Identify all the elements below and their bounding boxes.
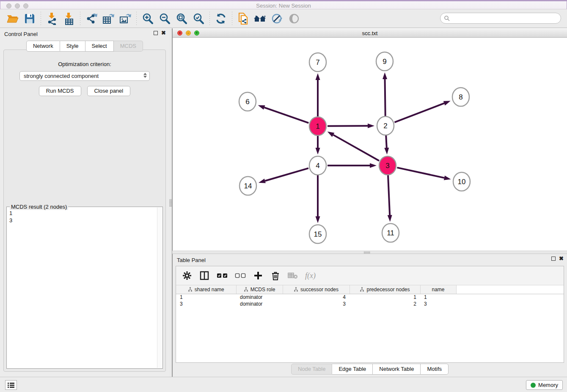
table-panel: Table Panel ✖	[172, 254, 567, 377]
float-panel-icon[interactable]	[551, 257, 556, 261]
column-header-predecessor-nodes[interactable]: predecessor nodes	[350, 285, 420, 294]
graph-node-2[interactable]: 2	[377, 116, 394, 135]
graph-node-9[interactable]: 9	[376, 52, 393, 71]
zoom-fit-icon[interactable]	[173, 11, 190, 26]
vertical-splitter[interactable]	[169, 28, 172, 377]
network-canvas[interactable]: 7968124314101511	[173, 38, 567, 251]
table-cell[interactable]: 4	[283, 294, 350, 301]
edge-3-1[interactable]	[333, 135, 379, 161]
zoom-out-icon[interactable]	[156, 11, 173, 26]
table-cell[interactable]: 1	[420, 294, 456, 301]
table-cell[interactable]: 3	[283, 301, 350, 307]
column-header-shared-name[interactable]: shared name	[176, 285, 236, 294]
table-row[interactable]: 3dominator323	[176, 301, 564, 307]
table-cell[interactable]: 3	[176, 301, 236, 307]
table-row[interactable]: 1dominator411	[176, 294, 564, 301]
deselect-all-columns-icon[interactable]	[235, 269, 246, 282]
horizontal-splitter[interactable]	[172, 251, 567, 254]
delete-column-icon[interactable]	[270, 269, 281, 282]
cybrowser-home-icon[interactable]	[252, 11, 269, 26]
network-window-titlebar[interactable]: × − + scc.txt	[173, 28, 567, 38]
table-cell[interactable]: dominator	[236, 294, 283, 301]
task-history-button[interactable]	[5, 380, 17, 390]
hide-labels-icon[interactable]	[269, 11, 286, 26]
graph-node-1[interactable]: 1	[309, 117, 326, 135]
result-scrollbar[interactable]	[157, 207, 162, 368]
tab-motifs[interactable]: Motifs	[421, 364, 449, 375]
function-builder-icon[interactable]: f(x)	[305, 269, 316, 282]
tab-edge-table[interactable]: Edge Table	[332, 364, 373, 375]
table-cell[interactable]: 2	[350, 301, 420, 307]
graph-node-15[interactable]: 15	[309, 225, 326, 243]
add-column-icon[interactable]	[253, 269, 263, 282]
edge-3-11[interactable]	[388, 175, 390, 215]
column-header-name[interactable]: name	[420, 285, 456, 294]
node-label: 8	[459, 93, 462, 101]
graph-node-8[interactable]: 8	[452, 88, 469, 106]
graph-node-6[interactable]: 6	[239, 92, 256, 111]
run-mcds-button[interactable]: Run MCDS	[39, 86, 81, 96]
graph-node-4[interactable]: 4	[309, 156, 326, 175]
save-session-icon[interactable]	[21, 11, 38, 26]
splitter-handle[interactable]	[169, 199, 172, 207]
tab-style[interactable]: Style	[60, 41, 85, 52]
edge-1-6[interactable]	[264, 108, 309, 123]
zoom-selected-icon[interactable]	[190, 11, 207, 26]
tab-mcds[interactable]: MCDS	[114, 41, 143, 52]
edge-2-8[interactable]	[394, 103, 444, 122]
open-file-icon[interactable]	[4, 11, 21, 26]
select-all-columns-icon[interactable]	[217, 269, 228, 282]
node-label: 14	[244, 182, 252, 190]
node-label: 4	[316, 162, 319, 170]
search-input[interactable]	[450, 15, 561, 22]
tab-select[interactable]: Select	[85, 41, 114, 52]
edge-4-14[interactable]	[265, 168, 308, 181]
clone-network-icon[interactable]	[235, 11, 252, 26]
float-panel-icon[interactable]	[154, 31, 158, 35]
toggle-bird-view-icon[interactable]	[286, 11, 303, 26]
splitter-handle[interactable]	[363, 251, 370, 254]
refresh-icon[interactable]	[212, 11, 229, 26]
graph-node-11[interactable]: 11	[382, 224, 399, 242]
toggle-panel-icon[interactable]	[199, 269, 209, 282]
mcds-result-text[interactable]: 1 3	[9, 210, 157, 367]
window-titlebar: Session: New Session	[0, 0, 567, 9]
close-panel-icon[interactable]: ✖	[161, 31, 166, 35]
network-window-title: scc.txt	[173, 30, 567, 36]
delete-table-icon[interactable]	[288, 269, 298, 282]
close-panel-icon[interactable]: ✖	[559, 257, 564, 261]
toolbar-search[interactable]	[440, 13, 561, 24]
export-network-icon[interactable]	[83, 11, 100, 26]
node-label: 3	[385, 162, 389, 170]
column-header-successor-nodes[interactable]: successor nodes	[283, 285, 350, 294]
graph-node-14[interactable]: 14	[239, 177, 256, 195]
memory-button[interactable]: Memory	[526, 380, 563, 390]
tab-node-table[interactable]: Node Table	[291, 364, 333, 375]
toolbar-separator	[209, 12, 210, 25]
export-image-icon[interactable]	[117, 11, 134, 26]
criterion-select[interactable]: strongly connected component	[19, 71, 150, 81]
export-table-icon[interactable]	[100, 11, 117, 26]
graph-node-10[interactable]: 10	[453, 172, 470, 191]
zoom-in-icon[interactable]	[139, 11, 156, 26]
column-header-filler	[456, 285, 564, 294]
graph-node-7[interactable]: 7	[309, 53, 326, 72]
close-panel-button[interactable]: Close panel	[87, 86, 131, 96]
table-settings-icon[interactable]	[182, 269, 192, 282]
table-cell[interactable]: 3	[420, 301, 456, 307]
edge-1-2[interactable]	[328, 126, 368, 126]
tab-network-table[interactable]: Network Table	[373, 364, 421, 375]
application-window: Session: New Session	[0, 0, 567, 392]
import-table-icon[interactable]	[61, 11, 77, 26]
main-toolbar	[0, 9, 567, 28]
table-cell[interactable]: dominator	[236, 301, 283, 307]
table-cell[interactable]: 1	[350, 294, 420, 301]
edge-2-9[interactable]	[385, 79, 385, 116]
edge-3-10[interactable]	[397, 168, 444, 178]
table-cell[interactable]: 1	[176, 294, 236, 301]
graph-node-3[interactable]: 3	[379, 156, 396, 175]
tab-network[interactable]: Network	[26, 41, 60, 52]
column-header-MCDS-role[interactable]: MCDS role	[236, 285, 283, 294]
edge-2-3[interactable]	[386, 135, 387, 148]
import-network-icon[interactable]	[44, 11, 61, 26]
